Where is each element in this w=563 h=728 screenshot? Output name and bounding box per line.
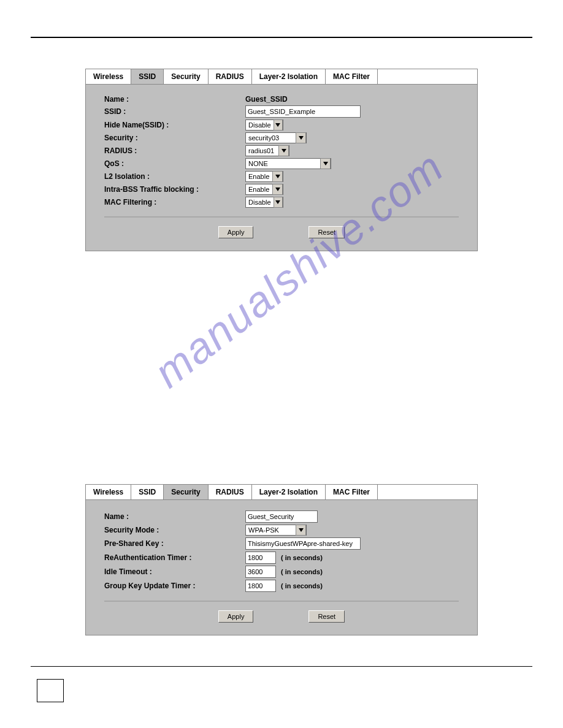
- divider: [104, 601, 459, 602]
- name-input[interactable]: [245, 510, 318, 523]
- mac-filtering-select-value: Disable: [246, 199, 274, 206]
- ssid-label: SSID :: [104, 107, 245, 116]
- tabbar-bottom: Wireless SSID Security RADIUS Layer-2 Is…: [85, 484, 478, 500]
- seconds-suffix: ( in seconds): [281, 554, 323, 561]
- group-key-label: Group Key Update Timer :: [104, 582, 245, 590]
- apply-button[interactable]: Apply: [218, 226, 254, 238]
- idle-timeout-input[interactable]: [245, 566, 276, 578]
- psk-label: Pre-Shared Key :: [104, 539, 245, 548]
- chevron-down-icon: [272, 184, 283, 195]
- chevron-down-icon: [274, 197, 283, 208]
- name-value: Guest_SSID: [245, 95, 288, 104]
- tab-radius[interactable]: RADIUS: [209, 69, 252, 84]
- intra-bss-select[interactable]: Enable: [245, 184, 283, 195]
- divider: [104, 216, 459, 218]
- qos-label: QoS :: [104, 159, 245, 168]
- reauth-input[interactable]: [245, 552, 276, 564]
- apply-button[interactable]: Apply: [218, 610, 254, 623]
- l2-isolation-label: L2 Isolation :: [104, 172, 245, 181]
- chevron-down-icon: [274, 119, 283, 131]
- chevron-down-icon: [320, 158, 331, 169]
- psk-input[interactable]: [245, 537, 361, 550]
- l2-isolation-select-value: Enable: [246, 173, 272, 180]
- hide-name-label: Hide Name(SSID) :: [104, 121, 245, 129]
- security-label: Security :: [104, 134, 245, 142]
- intra-bss-label: Intra-BSS Traffic blocking :: [104, 185, 245, 194]
- tab-security[interactable]: Security: [164, 69, 208, 84]
- tab-ssid[interactable]: SSID: [131, 485, 164, 499]
- ssid-input[interactable]: [245, 105, 361, 118]
- security-mode-select[interactable]: WPA-PSK: [245, 525, 307, 536]
- reset-button[interactable]: Reset: [308, 226, 345, 238]
- tab-ssid[interactable]: SSID: [131, 69, 164, 84]
- name-label: Name :: [104, 512, 245, 521]
- ssid-panel: Wireless SSID Security RADIUS Layer-2 Is…: [85, 69, 478, 251]
- reauth-label: ReAuthentication Timer :: [104, 553, 245, 562]
- hide-name-select-value: Disable: [246, 121, 274, 129]
- reset-button[interactable]: Reset: [308, 610, 345, 623]
- bottom-rule: [31, 666, 532, 667]
- tab-mac-filter[interactable]: MAC Filter: [326, 485, 378, 499]
- idle-timeout-label: Idle Timeout :: [104, 567, 245, 576]
- hide-name-select[interactable]: Disable: [245, 119, 283, 131]
- chevron-down-icon: [296, 525, 306, 536]
- tab-wireless[interactable]: Wireless: [86, 485, 131, 499]
- tab-radius[interactable]: RADIUS: [209, 485, 252, 499]
- tab-mac-filter[interactable]: MAC Filter: [326, 69, 378, 84]
- tab-wireless[interactable]: Wireless: [86, 69, 131, 84]
- radius-select-value: radius01: [246, 147, 278, 154]
- radius-label: RADIUS :: [104, 146, 245, 155]
- footer-box: [37, 679, 64, 702]
- top-rule: [31, 37, 532, 38]
- chevron-down-icon: [272, 171, 283, 182]
- qos-select[interactable]: NONE: [245, 158, 331, 169]
- tab-layer2-isolation[interactable]: Layer-2 Isolation: [252, 485, 326, 499]
- security-select-value: security03: [246, 134, 296, 142]
- security-mode-select-value: WPA-PSK: [246, 526, 296, 534]
- mac-filtering-label: MAC Filtering :: [104, 198, 245, 207]
- security-select[interactable]: security03: [245, 132, 307, 143]
- radius-select[interactable]: radius01: [245, 145, 289, 156]
- mac-filtering-select[interactable]: Disable: [245, 197, 283, 208]
- intra-bss-select-value: Enable: [246, 186, 272, 193]
- security-mode-label: Security Mode :: [104, 526, 245, 534]
- chevron-down-icon: [278, 145, 289, 156]
- chevron-down-icon: [296, 132, 306, 143]
- tab-security[interactable]: Security: [164, 485, 208, 499]
- l2-isolation-select[interactable]: Enable: [245, 171, 283, 182]
- name-label: Name :: [104, 95, 245, 104]
- security-panel: Wireless SSID Security RADIUS Layer-2 Is…: [85, 484, 478, 635]
- seconds-suffix: ( in seconds): [281, 582, 323, 590]
- tab-layer2-isolation[interactable]: Layer-2 Isolation: [252, 69, 326, 84]
- seconds-suffix: ( in seconds): [281, 568, 323, 575]
- group-key-input[interactable]: [245, 580, 276, 592]
- qos-select-value: NONE: [246, 160, 320, 167]
- tabbar-top: Wireless SSID Security RADIUS Layer-2 Is…: [85, 69, 478, 85]
